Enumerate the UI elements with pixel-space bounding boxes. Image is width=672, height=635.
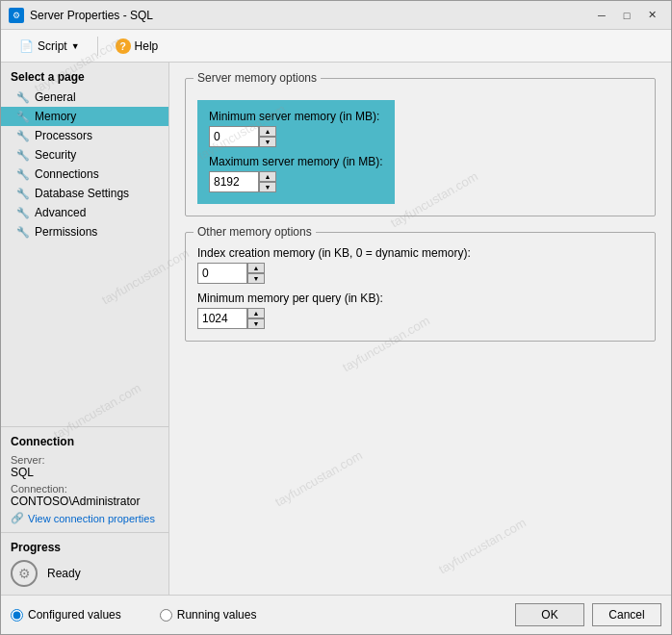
view-connection-properties-link[interactable]: 🔗 View connection properties [11, 512, 159, 524]
help-icon: ? [116, 38, 131, 54]
min-query-spinner: ▲ ▼ [197, 308, 265, 329]
connections-icon: 🔧 [16, 168, 30, 181]
configured-values-radio[interactable] [11, 609, 23, 622]
connection-value: CONTOSO\Administrator [11, 495, 159, 508]
connection-link-icon: 🔗 [11, 512, 24, 524]
maximize-button[interactable]: □ [615, 6, 638, 25]
help-label: Help [135, 39, 159, 53]
dialog-buttons: OK Cancel [515, 603, 661, 626]
sidebar-item-label-security: Security [35, 148, 76, 162]
min-query-down-button[interactable]: ▼ [247, 318, 265, 329]
running-values-radio[interactable] [160, 609, 172, 622]
max-memory-spinner: ▲ ▼ [209, 171, 276, 192]
min-memory-down-button[interactable]: ▼ [259, 137, 276, 147]
sidebar-item-permissions[interactable]: 🔧 Permissions [1, 222, 168, 241]
connection-link-text: View connection properties [28, 513, 155, 524]
server-memory-title: Server memory options [194, 71, 321, 85]
sidebar-item-label-connections: Connections [35, 167, 99, 181]
sidebar-item-label-advanced: Advanced [35, 206, 86, 219]
script-icon: 📄 [19, 39, 34, 53]
sidebar-item-general[interactable]: 🔧 General [1, 88, 168, 107]
running-values-label: Running values [177, 608, 257, 622]
other-memory-title: Other memory options [194, 225, 316, 239]
help-button[interactable]: ? Help [107, 35, 168, 58]
progress-content: ⚙ Ready [11, 560, 159, 587]
min-query-spinner-buttons: ▲ ▼ [247, 308, 265, 329]
index-creation-label: Index creation memory (in KB, 0 = dynami… [197, 246, 643, 260]
index-creation-down-button[interactable]: ▼ [247, 273, 265, 284]
window-icon: ⚙ [9, 8, 24, 23]
max-memory-down-button[interactable]: ▼ [259, 182, 276, 192]
title-bar-left: ⚙ Server Properties - SQL [9, 8, 153, 23]
min-query-up-button[interactable]: ▲ [247, 308, 265, 318]
index-creation-input[interactable] [197, 263, 247, 284]
general-icon: 🔧 [16, 91, 30, 104]
progress-section: Progress ⚙ Ready [1, 532, 168, 595]
toolbar-separator [97, 37, 98, 56]
main-window: ⚙ Server Properties - SQL ─ □ ✕ 📄 Script… [0, 0, 672, 635]
sidebar-item-security[interactable]: 🔧 Security [1, 145, 168, 165]
other-memory-content: Index creation memory (in KB, 0 = dynami… [197, 241, 643, 329]
min-memory-label: Minimum server memory (in MB): [209, 110, 383, 123]
max-memory-label: Maximum server memory (in MB): [209, 155, 383, 168]
sidebar: Select a page 🔧 General 🔧 Memory 🔧 Proce… [1, 63, 169, 595]
min-query-label: Minimum memory per query (in KB): [197, 292, 643, 305]
min-memory-spinner: ▲ ▼ [209, 126, 276, 147]
sidebar-item-label-general: General [35, 90, 76, 104]
max-memory-spinner-buttons: ▲ ▼ [259, 171, 276, 192]
server-value: SQL [11, 466, 159, 479]
minimize-button[interactable]: ─ [590, 6, 613, 25]
configured-values-label: Configured values [28, 608, 121, 622]
server-memory-group: Server memory options Minimum server mem… [185, 78, 656, 216]
sidebar-item-database-settings[interactable]: 🔧 Database Settings [1, 184, 168, 203]
values-radio-group: Configured values Running values [11, 608, 256, 622]
sidebar-item-advanced[interactable]: 🔧 Advanced [1, 203, 168, 222]
advanced-icon: 🔧 [16, 207, 30, 219]
max-memory-input[interactable] [209, 171, 259, 192]
other-memory-group: Other memory options Index creation memo… [185, 232, 656, 342]
permissions-icon: 🔧 [16, 226, 30, 239]
connection-title: Connection [11, 435, 159, 448]
progress-status: Ready [47, 567, 81, 580]
sidebar-item-label-processors: Processors [35, 129, 92, 142]
min-memory-input[interactable] [209, 126, 259, 147]
database-settings-icon: 🔧 [16, 188, 30, 200]
script-dropdown-icon: ▼ [71, 41, 80, 51]
close-button[interactable]: ✕ [640, 6, 663, 25]
cancel-button[interactable]: Cancel [592, 603, 661, 626]
min-memory-up-button[interactable]: ▲ [259, 126, 276, 137]
main-panel: Server memory options Minimum server mem… [169, 63, 671, 595]
sidebar-item-connections[interactable]: 🔧 Connections [1, 165, 168, 184]
script-button[interactable]: 📄 Script ▼ [11, 36, 89, 57]
progress-icon: ⚙ [11, 560, 38, 587]
configured-values-option[interactable]: Configured values [11, 608, 121, 622]
index-creation-up-button[interactable]: ▲ [247, 263, 265, 273]
bottom-bar: Configured values Running values OK Canc… [1, 595, 671, 634]
server-label: Server: [11, 454, 159, 466]
sidebar-item-label-database-settings: Database Settings [35, 187, 129, 200]
memory-icon: 🔧 [16, 111, 30, 123]
connection-section: Connection Server: SQL Connection: CONTO… [1, 426, 168, 532]
index-creation-spinner: ▲ ▼ [197, 263, 265, 284]
security-icon: 🔧 [16, 149, 30, 162]
sidebar-item-label-permissions: Permissions [35, 225, 97, 239]
index-creation-spinner-buttons: ▲ ▼ [247, 263, 265, 284]
title-bar: ⚙ Server Properties - SQL ─ □ ✕ [1, 1, 671, 30]
window-title: Server Properties - SQL [30, 9, 153, 22]
toolbar: 📄 Script ▼ ? Help [1, 30, 671, 63]
max-memory-up-button[interactable]: ▲ [259, 171, 276, 182]
ok-button[interactable]: OK [515, 603, 584, 626]
sidebar-item-processors[interactable]: 🔧 Processors [1, 126, 168, 145]
progress-title: Progress [11, 541, 159, 554]
server-memory-content: Minimum server memory (in MB): ▲ ▼ Maxim… [197, 87, 643, 204]
sidebar-item-label-memory: Memory [35, 110, 76, 123]
sidebar-item-memory[interactable]: 🔧 Memory [1, 107, 168, 126]
content-area: Select a page 🔧 General 🔧 Memory 🔧 Proce… [1, 63, 671, 595]
running-values-option[interactable]: Running values [160, 608, 257, 622]
min-query-input[interactable] [197, 308, 247, 329]
processors-icon: 🔧 [16, 130, 30, 142]
min-memory-spinner-buttons: ▲ ▼ [259, 126, 276, 147]
memory-highlight-box: Minimum server memory (in MB): ▲ ▼ Maxim… [197, 100, 395, 204]
script-label: Script [38, 39, 67, 53]
connection-label: Connection: [11, 483, 159, 495]
